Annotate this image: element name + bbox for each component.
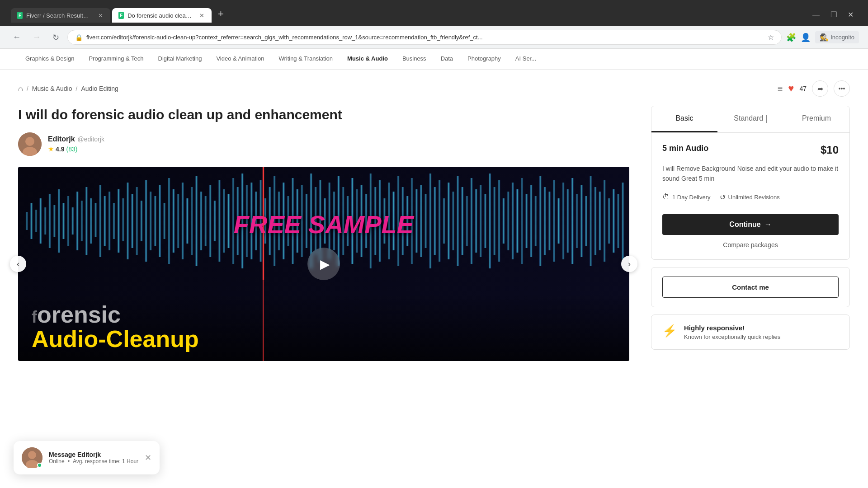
- svg-rect-17: [90, 198, 92, 244]
- play-button[interactable]: ▶: [307, 248, 340, 280]
- cat-ai[interactable]: AI Ser...: [508, 49, 543, 69]
- share-button[interactable]: ➦: [812, 80, 828, 97]
- bubble-close-button[interactable]: ✕: [145, 454, 151, 462]
- svg-rect-123: [571, 178, 574, 264]
- breadcrumb-home-link[interactable]: ⌂: [18, 84, 23, 94]
- delivery-meta: ⏱ 1 Day Delivery: [662, 193, 711, 202]
- cat-writing[interactable]: Writing & Translation: [271, 49, 340, 69]
- close-window-button[interactable]: ✕: [844, 9, 857, 20]
- cat-photography[interactable]: Photography: [460, 49, 508, 69]
- pricing-meta: ⏱ 1 Day Delivery ↺ Unlimited Revisions: [662, 193, 839, 202]
- svg-rect-35: [172, 189, 175, 253]
- separator: •: [68, 458, 70, 465]
- svg-rect-25: [127, 183, 129, 259]
- svg-rect-47: [227, 194, 230, 248]
- tab1-close-button[interactable]: ✕: [97, 12, 104, 19]
- svg-rect-89: [415, 189, 418, 253]
- list-icon[interactable]: ≡: [778, 84, 783, 94]
- breadcrumb-sep2: /: [75, 85, 77, 92]
- online-status: Online: [49, 458, 65, 465]
- svg-rect-33: [163, 203, 165, 239]
- breadcrumb-editing-link[interactable]: Audio Editing: [81, 85, 118, 92]
- svg-rect-90: [420, 185, 422, 257]
- svg-rect-37: [182, 183, 184, 259]
- cat-graphics[interactable]: Graphics & Design: [18, 49, 81, 69]
- svg-rect-38: [186, 198, 189, 244]
- lock-icon: 🔒: [75, 34, 83, 41]
- svg-rect-8: [49, 194, 51, 248]
- maximize-button[interactable]: ❐: [827, 9, 840, 20]
- cat-business[interactable]: Business: [395, 49, 434, 69]
- more-button[interactable]: •••: [834, 80, 850, 97]
- compare-packages-link[interactable]: Compare packages: [662, 241, 839, 249]
- bookmark-icon[interactable]: ☆: [768, 33, 774, 42]
- revisions-meta: ↺ Unlimited Revisions: [720, 193, 780, 202]
- address-bar[interactable]: 🔒 fiverr.com/editorjk/forensic-audio-cle…: [67, 30, 782, 45]
- cat-programming[interactable]: Programming & Tech: [81, 49, 151, 69]
- bubble-name[interactable]: Message Editorjk: [49, 451, 138, 458]
- cat-data[interactable]: Data: [434, 49, 460, 69]
- main-content: ⌂ / Music & Audio / Audio Editing ≡ ♥ 47…: [0, 70, 868, 372]
- star-icon: ★: [48, 145, 54, 153]
- svg-rect-91: [425, 194, 427, 248]
- svg-rect-114: [530, 185, 532, 257]
- new-tab-button[interactable]: +: [213, 6, 228, 22]
- bubble-status-line: Online • Avg. response time: 1 Hour: [49, 458, 138, 465]
- more-icon: •••: [839, 85, 845, 92]
- revisions-icon: ↺: [720, 193, 726, 202]
- heart-button[interactable]: ♥: [788, 83, 794, 94]
- svg-rect-40: [195, 176, 198, 266]
- like-count: 47: [799, 85, 807, 92]
- svg-rect-11: [62, 203, 65, 239]
- svg-rect-29: [145, 180, 147, 262]
- gallery-prev-button[interactable]: ‹: [10, 256, 26, 272]
- svg-rect-6: [39, 198, 42, 244]
- forward-button[interactable]: →: [29, 31, 44, 44]
- svg-rect-12: [67, 196, 69, 246]
- tab-fiverr-search[interactable]: F Fiverr / Search Results for 'audi... ✕: [11, 8, 110, 23]
- overlay-line1: forensic: [32, 303, 616, 326]
- contact-me-button[interactable]: Contact me: [662, 277, 839, 298]
- tab2-close-button[interactable]: ✕: [198, 12, 205, 19]
- categories-bar: Graphics & Design Programming & Tech Dig…: [0, 49, 868, 70]
- svg-rect-99: [461, 187, 463, 255]
- tab2-title: Do forensic audio clean up and...: [127, 12, 193, 19]
- svg-rect-121: [562, 183, 564, 259]
- tab2-favicon: F: [118, 12, 124, 19]
- clock-icon: ⏱: [662, 193, 670, 201]
- cat-music[interactable]: Music & Audio: [340, 49, 395, 69]
- continue-button[interactable]: Continue →: [662, 214, 839, 235]
- online-dot: [37, 463, 42, 468]
- browser-chrome: F Fiverr / Search Results for 'audi... ✕…: [0, 0, 868, 26]
- gig-title: I will do forensic audio clean up and en…: [18, 106, 629, 123]
- svg-rect-131: [608, 198, 610, 244]
- breadcrumb-music-link[interactable]: Music & Audio: [32, 85, 72, 92]
- responsive-title: Highly responsive!: [684, 324, 780, 332]
- cat-video[interactable]: Video & Animation: [209, 49, 271, 69]
- svg-rect-7: [44, 207, 46, 235]
- svg-rect-45: [218, 180, 221, 262]
- tab-premium[interactable]: Premium: [783, 106, 849, 132]
- cat-digital-marketing[interactable]: Digital Marketing: [151, 49, 209, 69]
- extensions-icon[interactable]: 🧩: [786, 33, 796, 42]
- tab-forensic-audio[interactable]: F Do forensic audio clean up and... ✕: [112, 8, 212, 23]
- refresh-button[interactable]: ↻: [49, 31, 63, 44]
- seller-name[interactable]: Editorjk: [48, 135, 75, 143]
- svg-rect-133: [617, 194, 619, 248]
- tab-basic[interactable]: Basic: [651, 106, 717, 132]
- seller-avatar[interactable]: [18, 132, 42, 156]
- profile-icon[interactable]: 👤: [801, 33, 811, 42]
- svg-rect-93: [434, 187, 436, 255]
- svg-rect-107: [498, 180, 500, 262]
- minimize-button[interactable]: —: [809, 10, 823, 20]
- review-count[interactable]: (83): [66, 145, 77, 153]
- tab-standard[interactable]: Standard: [717, 106, 783, 132]
- svg-rect-16: [85, 187, 88, 255]
- gallery-next-button[interactable]: ›: [621, 256, 637, 272]
- back-button[interactable]: ←: [9, 31, 24, 44]
- bubble-avatar: [22, 447, 42, 468]
- responsive-info: Highly responsive! Known for exceptional…: [684, 324, 780, 340]
- svg-rect-27: [136, 187, 138, 255]
- incognito-icon: 🕵️: [820, 33, 829, 42]
- svg-rect-15: [81, 201, 83, 241]
